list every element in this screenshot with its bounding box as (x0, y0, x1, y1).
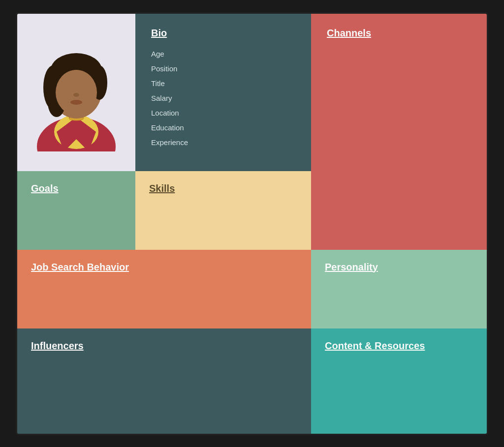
avatar-image (30, 33, 123, 151)
bio-item-education: Education (151, 120, 295, 135)
personality-title: Personality (325, 262, 473, 273)
influencers-title: Influencers (31, 340, 297, 352)
bio-item-salary: Salary (151, 91, 295, 106)
channels-title: Channels (327, 28, 471, 39)
svg-point-13 (70, 100, 82, 105)
bio-list: Age Position Title Salary Location Educa… (151, 47, 295, 150)
personality-cell: Personality (311, 250, 487, 328)
bio-item-title: Title (151, 76, 295, 91)
bio-item-age: Age (151, 47, 295, 61)
skills-cell: Skills (135, 171, 311, 250)
bio-item-position: Position (151, 61, 295, 76)
skills-title: Skills (149, 183, 297, 194)
bio-title: Bio (151, 28, 295, 39)
bio-item-experience: Experience (151, 135, 295, 150)
avatar-cell (17, 14, 135, 171)
influencers-cell: Influencers (17, 328, 311, 435)
goals-cell: Goals (17, 171, 135, 250)
goals-title: Goals (31, 183, 122, 194)
job-search-cell: Job Search Behavior (17, 250, 311, 328)
svg-point-12 (73, 93, 79, 97)
job-search-title: Job Search Behavior (31, 262, 297, 273)
channels-cell: Channels (311, 14, 487, 250)
svg-point-11 (56, 70, 97, 115)
content-resources-title: Content & Resources (325, 340, 473, 352)
persona-canvas: Bio Age Position Title Salary Location E… (16, 12, 488, 435)
bio-cell: Bio Age Position Title Salary Location E… (135, 14, 311, 171)
content-resources-cell: Content & Resources (311, 328, 487, 435)
bio-item-location: Location (151, 106, 295, 120)
